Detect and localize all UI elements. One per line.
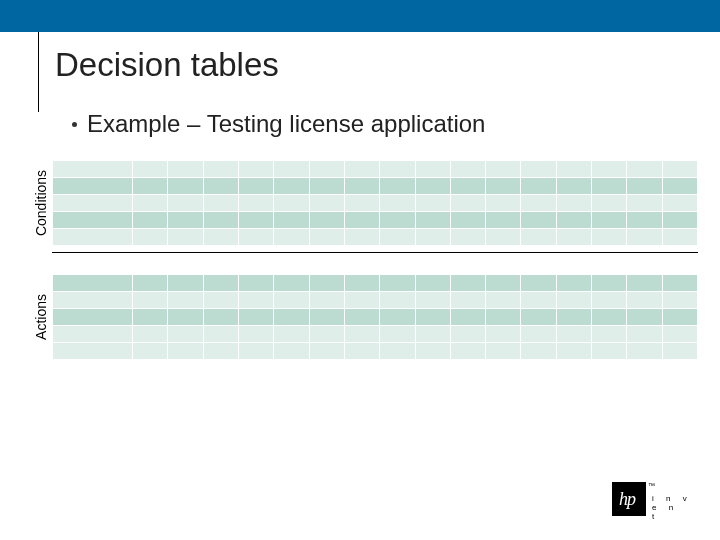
rule-cell bbox=[450, 326, 485, 343]
rule-cell bbox=[415, 343, 450, 360]
rule-cell bbox=[521, 178, 556, 195]
rule-cell bbox=[203, 292, 238, 309]
rule-cell bbox=[238, 309, 273, 326]
rule-cell bbox=[380, 229, 415, 246]
rule-cell bbox=[168, 161, 203, 178]
rule-cell bbox=[380, 309, 415, 326]
rule-cell bbox=[309, 212, 344, 229]
rule-cell bbox=[380, 343, 415, 360]
rule-cell bbox=[415, 178, 450, 195]
rule-cell bbox=[415, 161, 450, 178]
rule-cell bbox=[203, 212, 238, 229]
rule-cell bbox=[309, 275, 344, 292]
rule-cell bbox=[627, 309, 662, 326]
rule-cell bbox=[521, 275, 556, 292]
rule-cell bbox=[133, 326, 168, 343]
rule-cell bbox=[450, 343, 485, 360]
rule-cell bbox=[168, 343, 203, 360]
table-row bbox=[53, 326, 698, 343]
rule-cell bbox=[344, 229, 379, 246]
section-divider bbox=[30, 246, 698, 274]
hp-logo: hp ™ i n v e n t bbox=[612, 482, 692, 520]
rule-cell bbox=[380, 161, 415, 178]
rule-cell bbox=[380, 292, 415, 309]
rule-cell bbox=[203, 275, 238, 292]
rule-cell bbox=[627, 229, 662, 246]
rule-cell bbox=[203, 195, 238, 212]
rule-cell bbox=[274, 309, 309, 326]
bullet-text: Example – Testing license application bbox=[87, 110, 485, 138]
rule-cell bbox=[274, 292, 309, 309]
rule-cell bbox=[203, 178, 238, 195]
rule-cell bbox=[627, 275, 662, 292]
rule-cell bbox=[203, 309, 238, 326]
rule-cell bbox=[344, 326, 379, 343]
rule-cell bbox=[168, 292, 203, 309]
rule-cell bbox=[380, 275, 415, 292]
decision-table: Conditions Actions bbox=[30, 160, 698, 360]
rule-cell bbox=[203, 326, 238, 343]
rule-cell bbox=[238, 292, 273, 309]
rule-cell bbox=[556, 161, 591, 178]
rule-cell bbox=[450, 309, 485, 326]
rule-cell bbox=[592, 229, 627, 246]
rule-cell bbox=[133, 212, 168, 229]
rule-cell bbox=[309, 292, 344, 309]
stub-cell bbox=[53, 309, 133, 326]
stub-cell bbox=[53, 212, 133, 229]
rule-cell bbox=[662, 326, 697, 343]
rule-cell bbox=[450, 195, 485, 212]
rule-cell bbox=[556, 275, 591, 292]
rule-cell bbox=[486, 178, 521, 195]
rule-cell bbox=[556, 212, 591, 229]
rule-cell bbox=[274, 212, 309, 229]
rule-cell bbox=[344, 212, 379, 229]
rule-cell bbox=[309, 309, 344, 326]
rule-cell bbox=[309, 161, 344, 178]
rule-cell bbox=[133, 195, 168, 212]
rule-cell bbox=[238, 195, 273, 212]
table-row bbox=[53, 212, 698, 229]
stub-cell bbox=[53, 343, 133, 360]
rule-cell bbox=[133, 309, 168, 326]
rule-cell bbox=[486, 161, 521, 178]
rule-cell bbox=[450, 229, 485, 246]
rule-cell bbox=[662, 309, 697, 326]
rule-cell bbox=[415, 212, 450, 229]
table-row bbox=[53, 309, 698, 326]
rule-cell bbox=[486, 326, 521, 343]
rule-cell bbox=[662, 275, 697, 292]
rule-cell bbox=[627, 326, 662, 343]
rule-cell bbox=[238, 343, 273, 360]
title-accent-line bbox=[38, 32, 39, 112]
rule-cell bbox=[168, 326, 203, 343]
hp-logo-text: hp bbox=[619, 489, 635, 510]
rule-cell bbox=[344, 309, 379, 326]
rule-cell bbox=[627, 178, 662, 195]
rule-cell bbox=[380, 195, 415, 212]
rule-cell bbox=[274, 229, 309, 246]
rule-cell bbox=[592, 326, 627, 343]
rule-cell bbox=[627, 195, 662, 212]
top-accent-bar bbox=[0, 0, 720, 32]
hp-tagline: i n v e n t bbox=[652, 494, 692, 521]
rule-cell bbox=[380, 326, 415, 343]
rule-cell bbox=[592, 275, 627, 292]
rule-cell bbox=[556, 343, 591, 360]
rule-cell bbox=[592, 161, 627, 178]
rule-cell bbox=[662, 212, 697, 229]
rule-cell bbox=[592, 178, 627, 195]
slide: Decision tables Example – Testing licens… bbox=[0, 0, 720, 540]
rule-cell bbox=[592, 343, 627, 360]
rule-cell bbox=[521, 309, 556, 326]
table-row bbox=[53, 161, 698, 178]
rule-cell bbox=[521, 326, 556, 343]
actions-section: Actions bbox=[30, 274, 698, 360]
rule-cell bbox=[274, 195, 309, 212]
rule-cell bbox=[238, 229, 273, 246]
rule-cell bbox=[133, 275, 168, 292]
rule-cell bbox=[309, 195, 344, 212]
rule-cell bbox=[450, 178, 485, 195]
table-row bbox=[53, 178, 698, 195]
table-row bbox=[53, 292, 698, 309]
